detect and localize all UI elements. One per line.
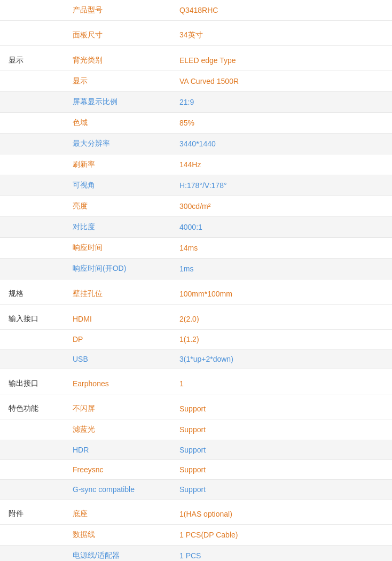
category-cell	[0, 92, 64, 113]
value-cell: 100mm*100mm	[171, 284, 392, 305]
value-cell: Support	[171, 419, 392, 440]
table-row: 响应时间(开OD)1ms	[0, 259, 392, 279]
value-cell: VA Curved 1500R	[171, 71, 392, 92]
category-cell: 输出接口	[0, 373, 64, 394]
value-cell: 1(1.2)	[171, 330, 392, 349]
value-cell: 4000:1	[171, 217, 392, 238]
value-cell: 2(2.0)	[171, 309, 392, 330]
value-cell: 1(HAS optional)	[171, 504, 392, 525]
label-cell: 亮度	[64, 196, 171, 217]
table-row: 最大分辨率3440*1440	[0, 134, 392, 154]
category-cell	[0, 154, 64, 175]
table-row: 刷新率144Hz	[0, 154, 392, 175]
value-cell: 3(1*up+2*down)	[171, 349, 392, 369]
table-row: DP1(1.2)	[0, 330, 392, 349]
label-cell: 响应时间(开OD)	[64, 259, 171, 279]
category-cell	[0, 480, 64, 500]
table-row: 输出接口Earphones1	[0, 373, 392, 394]
label-cell: HDMI	[64, 309, 171, 330]
label-cell: 响应时间	[64, 238, 171, 259]
category-cell: 显示	[0, 50, 64, 71]
category-cell	[0, 71, 64, 92]
table-row: 可视角H:178°/V:178°	[0, 175, 392, 196]
value-cell: Support	[171, 440, 392, 460]
category-cell	[0, 113, 64, 134]
label-cell: 刷新率	[64, 154, 171, 175]
label-cell: 可视角	[64, 175, 171, 196]
value-cell: 1	[171, 373, 392, 394]
category-cell	[0, 238, 64, 259]
category-cell	[0, 175, 64, 196]
spec-table: 产品型号Q3418RHC面板尺寸34英寸显示背光类别ELED edge Type…	[0, 0, 392, 561]
category-cell	[0, 134, 64, 154]
table-row: 对比度4000:1	[0, 217, 392, 238]
label-cell: 显示	[64, 71, 171, 92]
spacer-row	[0, 500, 392, 504]
table-row: G-sync compatibleSupport	[0, 480, 392, 500]
label-cell: 面板尺寸	[64, 25, 171, 46]
value-cell: 300cd/m²	[171, 196, 392, 217]
category-cell	[0, 546, 64, 562]
value-cell: 144Hz	[171, 154, 392, 175]
table-row: 亮度300cd/m²	[0, 196, 392, 217]
table-row: 显示VA Curved 1500R	[0, 71, 392, 92]
label-cell: 产品型号	[64, 0, 171, 21]
category-cell	[0, 349, 64, 369]
table-row: FreeysncSupport	[0, 460, 392, 480]
table-row: 面板尺寸34英寸	[0, 25, 392, 46]
value-cell: Q3418RHC	[171, 0, 392, 21]
category-cell	[0, 330, 64, 349]
value-cell: 85%	[171, 113, 392, 134]
value-cell: 1 PCS	[171, 546, 392, 562]
label-cell: 背光类别	[64, 50, 171, 71]
label-cell: 最大分辨率	[64, 134, 171, 154]
table-row: 特色功能不闪屏Support	[0, 399, 392, 419]
category-cell	[0, 525, 64, 546]
label-cell: 色域	[64, 113, 171, 134]
label-cell: 电源线/适配器	[64, 546, 171, 562]
spacer-row	[0, 21, 392, 26]
spacer-row	[0, 46, 392, 51]
table-row: 产品型号Q3418RHC	[0, 0, 392, 21]
table-row: 色域85%	[0, 113, 392, 134]
table-row: 电源线/适配器1 PCS	[0, 546, 392, 562]
category-cell	[0, 419, 64, 440]
table-row: 显示背光类别ELED edge Type	[0, 50, 392, 71]
category-cell	[0, 460, 64, 480]
label-cell: DP	[64, 330, 171, 349]
category-cell	[0, 217, 64, 238]
label-cell: 滤蓝光	[64, 419, 171, 440]
category-cell: 特色功能	[0, 399, 64, 419]
value-cell: 14ms	[171, 238, 392, 259]
label-cell: 数据线	[64, 525, 171, 546]
value-cell: Support	[171, 460, 392, 480]
value-cell: H:178°/V:178°	[171, 175, 392, 196]
category-cell	[0, 259, 64, 279]
label-cell: 对比度	[64, 217, 171, 238]
value-cell: 1 PCS(DP Cable)	[171, 525, 392, 546]
label-cell: USB	[64, 349, 171, 369]
table-row: USB3(1*up+2*down)	[0, 349, 392, 369]
spacer-row	[0, 279, 392, 284]
label-cell: Freeysnc	[64, 460, 171, 480]
label-cell: Earphones	[64, 373, 171, 394]
label-cell: 屏幕显示比例	[64, 92, 171, 113]
spacer-row	[0, 394, 392, 399]
category-cell	[0, 0, 64, 21]
table-row: 响应时间14ms	[0, 238, 392, 259]
table-row: HDRSupport	[0, 440, 392, 460]
category-cell: 附件	[0, 504, 64, 525]
value-cell: 34英寸	[171, 25, 392, 46]
spacer-row	[0, 305, 392, 309]
spacer-row	[0, 369, 392, 374]
label-cell: HDR	[64, 440, 171, 460]
table-row: 滤蓝光Support	[0, 419, 392, 440]
table-row: 规格壁挂孔位100mm*100mm	[0, 284, 392, 305]
category-cell	[0, 440, 64, 460]
value-cell: Support	[171, 399, 392, 419]
value-cell: 1ms	[171, 259, 392, 279]
value-cell: Support	[171, 480, 392, 500]
table-row: 输入接口HDMI2(2.0)	[0, 309, 392, 330]
label-cell: 不闪屏	[64, 399, 171, 419]
value-cell: 3440*1440	[171, 134, 392, 154]
